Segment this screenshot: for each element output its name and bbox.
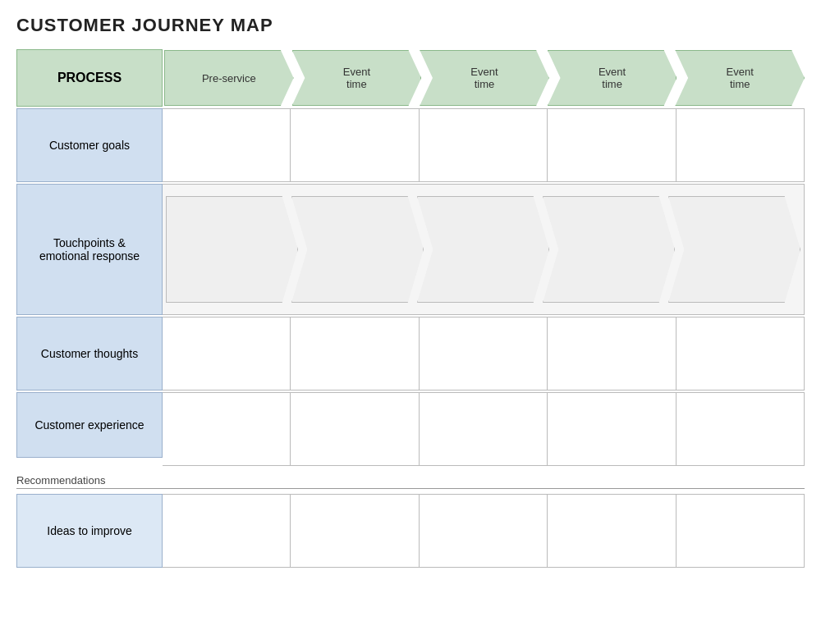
process-arrows: Pre-service Event time Event time Event … (163, 49, 805, 107)
thoughts-row: Customer thoughts (16, 317, 805, 391)
experience-cell-1[interactable] (163, 393, 291, 465)
touch-arrow-1 (166, 196, 298, 303)
touchpoints-row: Touchpoints & emotional response (16, 184, 805, 315)
ideas-cell-5[interactable] (677, 495, 804, 567)
goals-cell-4[interactable] (548, 109, 676, 181)
experience-label: Customer experience (16, 392, 163, 458)
step-3[interactable]: Event time (420, 50, 549, 106)
goals-cell-5[interactable] (677, 109, 804, 181)
touch-arrow-3 (417, 196, 549, 303)
experience-cell-2[interactable] (291, 393, 419, 465)
goals-content (163, 108, 805, 182)
touch-arrow-4 (543, 196, 675, 303)
ideas-cell-4[interactable] (548, 495, 676, 567)
experience-row: Customer experience (16, 392, 805, 466)
goals-row: Customer goals (16, 108, 805, 182)
recommendations-divider (16, 488, 805, 489)
goals-cell-1[interactable] (163, 109, 291, 181)
page-title: CUSTOMER JOURNEY MAP (16, 15, 805, 36)
goals-cell-2[interactable] (291, 109, 419, 181)
touch-arrow-2 (291, 196, 424, 303)
experience-content (163, 392, 805, 466)
thoughts-cell-1[interactable] (163, 317, 291, 390)
thoughts-cell-5[interactable] (677, 317, 804, 390)
experience-cell-4[interactable] (548, 393, 676, 465)
step-2[interactable]: Event time (292, 50, 422, 106)
goals-cell-3[interactable] (420, 109, 548, 181)
process-row: PROCESS Pre-service Event time Event tim… (16, 49, 805, 107)
goals-label: Customer goals (16, 108, 163, 182)
touchpoints-label: Touchpoints & emotional response (16, 184, 163, 315)
recommendations-label: Recommendations (16, 471, 805, 488)
thoughts-cell-4[interactable] (548, 317, 676, 390)
experience-cell-3[interactable] (420, 393, 548, 465)
experience-cell-5[interactable] (677, 393, 804, 465)
thoughts-label: Customer thoughts (16, 317, 163, 391)
thoughts-cell-2[interactable] (291, 317, 419, 390)
thoughts-content (163, 317, 805, 391)
ideas-cell-3[interactable] (420, 495, 548, 567)
recommendations-section: Recommendations (16, 471, 805, 489)
thoughts-cell-3[interactable] (420, 317, 548, 390)
process-label: PROCESS (16, 49, 163, 107)
ideas-label: Ideas to improve (16, 494, 163, 568)
step-4[interactable]: Event time (548, 50, 677, 106)
ideas-cell-1[interactable] (163, 495, 291, 567)
journey-map: CUSTOMER JOURNEY MAP PROCESS Pre-service… (16, 15, 805, 568)
touch-arrow-5 (668, 196, 800, 303)
ideas-cell-2[interactable] (291, 495, 419, 567)
touchpoints-content (163, 184, 805, 315)
ideas-row: Ideas to improve (16, 494, 805, 568)
ideas-content (163, 494, 805, 568)
step-5[interactable]: Event time (675, 50, 805, 106)
step-1[interactable]: Pre-service (164, 50, 294, 106)
